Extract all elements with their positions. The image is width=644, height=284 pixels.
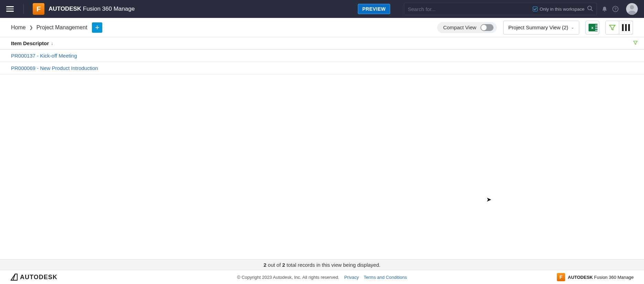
status-total: 2: [282, 262, 285, 268]
compact-view-toggle: Compact View: [437, 22, 497, 33]
column-header-item-descriptor[interactable]: Item Descriptor ↓: [0, 37, 644, 50]
chevron-down-icon: ⌄: [571, 25, 574, 30]
breadcrumb-home[interactable]: Home: [11, 24, 26, 31]
breadcrumb-current: Project Management: [37, 24, 87, 31]
columns-button[interactable]: [619, 21, 633, 34]
only-workspace-label: Only in this workspace: [540, 7, 584, 12]
privacy-link[interactable]: Privacy: [344, 275, 359, 280]
columns-icon: [622, 24, 630, 31]
status-mid: out of: [267, 262, 282, 268]
view-selector[interactable]: Project Summary View (2) ⌄: [503, 21, 579, 34]
app-title-bold: AUTODESK: [49, 6, 81, 12]
preview-badge[interactable]: PREVIEW: [358, 4, 390, 14]
app-logo-small-icon: F: [557, 273, 565, 281]
mouse-cursor-icon: ➤: [486, 196, 491, 203]
app-header: F AUTODESK Fusion 360 Manage PREVIEW Onl…: [0, 0, 644, 18]
svg-point-4: [630, 5, 634, 9]
filter-button[interactable]: [605, 21, 619, 34]
autodesk-logo-text: AUTODESK: [20, 274, 58, 281]
column-header-label: Item Descriptor: [11, 40, 49, 46]
user-avatar[interactable]: [626, 3, 638, 15]
view-selector-label: Project Summary View (2): [508, 24, 568, 30]
add-button[interactable]: +: [92, 22, 102, 33]
toggle-switch[interactable]: [480, 24, 494, 31]
notifications-icon[interactable]: [602, 6, 607, 12]
only-workspace-toggle[interactable]: Only in this workspace: [533, 7, 584, 12]
footer-links: © Copyright 2023 Autodesk, Inc. All righ…: [237, 275, 407, 280]
svg-line-1: [591, 9, 593, 11]
table-row: PR000069 - New Product Introduction: [0, 62, 644, 74]
autodesk-logo: AUTODESK: [10, 273, 58, 281]
status-bar: 2 out of 2 total records in this view be…: [0, 259, 644, 270]
workspace-toolbar: Home ❯ Project Management + Compact View…: [0, 18, 644, 37]
view-options-group: [605, 21, 633, 34]
sort-asc-icon: ↓: [51, 41, 53, 46]
search-input[interactable]: [408, 6, 533, 12]
svg-text:?: ?: [614, 7, 617, 11]
app-title-rest: Fusion 360 Manage: [81, 6, 135, 12]
terms-link[interactable]: Terms and Conditions: [364, 275, 407, 280]
copyright-text: © Copyright 2023 Autodesk, Inc. All righ…: [237, 275, 339, 280]
search-container: Only in this workspace: [404, 3, 597, 15]
footer-brand-bold: AUTODESK: [568, 275, 593, 280]
table-row: PR000137 - Kick-off Meeting: [0, 50, 644, 62]
chevron-right-icon: ❯: [29, 25, 33, 30]
app-title: AUTODESK Fusion 360 Manage: [49, 6, 135, 12]
divider: [23, 4, 24, 14]
menu-icon[interactable]: [6, 6, 14, 12]
status-count: 2: [263, 262, 266, 268]
column-filter-icon[interactable]: [633, 40, 638, 46]
svg-point-0: [588, 6, 592, 10]
help-icon[interactable]: ?: [612, 6, 619, 12]
breadcrumb: Home ❯ Project Management: [11, 24, 87, 31]
footer-brand-rest: Fusion 360 Manage: [593, 275, 634, 280]
app-logo-icon: F: [33, 3, 44, 15]
export-excel-button[interactable]: x: [585, 21, 599, 34]
status-suffix: total records in this view being display…: [285, 262, 381, 268]
app-footer: AUTODESK © Copyright 2023 Autodesk, Inc.…: [0, 270, 644, 284]
excel-icon: x: [589, 24, 596, 31]
search-icon[interactable]: [587, 6, 593, 13]
footer-app-brand: F AUTODESK Fusion 360 Manage: [557, 273, 634, 281]
checkbox-checked-icon: [533, 7, 538, 11]
compact-view-label: Compact View: [443, 24, 476, 30]
item-link[interactable]: PR000069 - New Product Introduction: [11, 65, 98, 71]
item-link[interactable]: PR000137 - Kick-off Meeting: [11, 53, 77, 59]
